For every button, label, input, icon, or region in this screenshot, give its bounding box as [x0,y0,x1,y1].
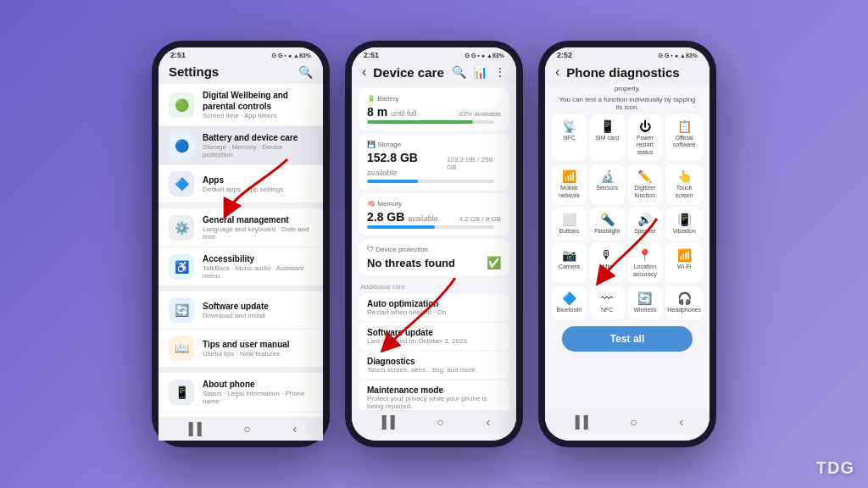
diag-title: Phone diagnostics [566,65,699,80]
settings-item-accessibility[interactable]: ♿ Accessibility TalkBack · Mono audio · … [159,247,323,286]
settings-item-battery[interactable]: 🔵 Battery and device care Storage · Memo… [159,126,323,164]
more-icon-care[interactable]: ⋮ [494,65,506,79]
time-3: 2:52 [557,51,572,59]
diag-power[interactable]: ⏻ Power restart status [628,114,663,161]
care-diagnostics[interactable]: Diagnostics Touch screen, sens…ting, and… [359,352,509,379]
settings-item-software[interactable]: 🔄 Software update Download and install [159,291,323,329]
search-icon[interactable]: 🔍 [298,65,313,79]
battery-sub: Storage · Memory · Device protection [203,143,313,158]
nfc2-label: NFC [601,307,613,313]
diag-nfc[interactable]: 📡 NFC [552,114,587,161]
nav-back[interactable]: ‹ [292,422,297,435]
protection-label: 🛡 Device protection [367,246,501,253]
battery-value: 8 m until full [367,105,417,119]
apps-sub: Default apps · App settings [203,186,313,193]
general-label: General management [203,214,313,225]
back-button-diag[interactable]: ‹ [555,64,559,80]
settings-item-tips[interactable]: 📖 Tips and user manual Useful tips · New… [159,330,323,367]
time-2: 2:51 [364,51,379,59]
diag-vibration[interactable]: 📳 Vibration [665,208,703,240]
flashlight-label: Flashlight [594,228,620,235]
diag-official[interactable]: 📋 Official software [665,114,703,161]
diag-touch[interactable]: 👆 Touch screen [665,164,703,204]
bluetooth-label: Bluetooth [557,307,582,313]
software-update-sub: Last checked on October 3, 2023 [367,337,501,345]
nfc-label: NFC [563,135,575,141]
search-icon-care[interactable]: 🔍 [452,65,466,79]
camera-icon: 📷 [562,248,576,262]
memory-value: 2.8 GB available [367,210,438,224]
nav-back-2[interactable]: ‹ [486,415,490,429]
back-button-care[interactable]: ‹ [362,64,366,80]
settings-item-about[interactable]: 📱 About phone Status · Legal information… [159,373,323,411]
diagnostics-grid: 📡 NFC 📱 SIM card ⏻ Power restart status [545,114,709,319]
diag-digitizer[interactable]: ✏️ Digitizer function [628,164,663,204]
diag-flashlight[interactable]: 🔦 Flashlight [590,208,625,240]
about-label: About phone [203,379,313,390]
nav-recent-3[interactable]: ▐▐ [571,415,588,429]
memory-section: 🧠 Memory 2.8 GB available 4.2 GB / 8 GB [359,193,509,236]
wireless-icon: 🔄 [637,291,652,305]
diag-bluetooth[interactable]: 🔷 Bluetooth [552,286,587,319]
diag-nfc2[interactable]: 〰 NFC [590,286,625,319]
camera-label: Camera [559,263,580,270]
time-1: 2:51 [170,51,186,59]
official-label: Official software [667,135,701,149]
diag-camera[interactable]: 📷 Camera [552,243,587,283]
mic-icon: 🎙 [601,248,613,262]
wifi-label: Wi-Fi [677,263,691,270]
tips-icon: 📖 [169,336,194,361]
nav-home[interactable]: ○ [243,422,250,435]
location-icon: 📍 [637,248,652,262]
nav-home-3[interactable]: ○ [630,415,637,429]
diag-headphones[interactable]: 🎧 Headphones [665,286,703,319]
settings-item-general[interactable]: ⚙️ General management Language and keybo… [159,208,323,247]
memory-right: 4.2 GB / 8 GB [459,215,501,223]
settings-item-wellbeing[interactable]: 🟢 Digital Wellbeing and parental control… [159,84,323,125]
sensors-icon: 🔬 [600,169,615,183]
status-icons-2: GG▪●▲83% [465,53,504,58]
care-software-update[interactable]: Software update Last checked on October … [359,323,509,350]
chart-icon-care[interactable]: 📊 [473,65,487,79]
buttons-label: Buttons [559,228,580,235]
diag-mobile[interactable]: 📶 Mobile network [552,164,587,204]
auto-opt-sub: Restart when needed · On [367,308,501,316]
test-all-button[interactable]: Test all [562,326,693,352]
tdg-watermark: TDG [816,458,854,478]
nav-home-2[interactable]: ○ [437,415,443,429]
mobile-label: Mobile network [554,185,585,199]
diag-wireless[interactable]: 🔄 Wireless [628,286,663,319]
headphones-label: Headphones [667,307,701,313]
digitizer-label: Digitizer function [630,185,661,199]
nav-recent-2[interactable]: ▐▐ [378,415,395,429]
diag-speaker[interactable]: 🔊 Speaker [628,208,663,240]
speaker-icon: 🔊 [637,213,652,226]
battery-icon: 🔵 [169,133,194,158]
diag-wifi[interactable]: 📶 Wi-Fi [665,243,703,283]
status-bar-1: 2:51 GG▪●▲83% [159,47,323,61]
power-icon: ⏻ [639,119,651,133]
apps-label: Apps [203,175,313,186]
tips-label: Tips and user manual [203,339,313,350]
diagnostics-sub: Touch screen, sens…ting, and more. [367,366,501,374]
wellbeing-label: Digital Wellbeing and parental controls [203,90,313,112]
no-threats-text: No threats found [367,257,455,269]
diag-location[interactable]: 📍 Location accuracy [628,243,663,283]
diag-buttons[interactable]: ⬜ Buttons [552,208,587,240]
auto-opt-title: Auto optimization [367,299,501,308]
nav-recent[interactable]: ▐▐ [185,422,202,435]
top-bar-settings: Settings 🔍 [159,61,323,84]
diag-mic[interactable]: 🎙 Mic [590,243,625,283]
diag-sim[interactable]: 📱 SIM card [590,114,625,161]
power-label: Power restart status [630,135,661,156]
phone-diagnostics: 2:52 GG▪●▲83% ‹ Phone diagnostics proper… [538,41,716,447]
care-auto-opt[interactable]: Auto optimization Restart when needed · … [359,294,509,321]
settings-item-apps[interactable]: 🔷 Apps Default apps · App settings [159,165,323,202]
nav-back-3[interactable]: ‹ [679,415,683,429]
headphones-icon: 🎧 [677,291,692,305]
vibration-label: Vibration [672,228,696,235]
diag-sensors[interactable]: 🔬 Sensors [590,164,625,204]
vibration-icon: 📳 [677,213,692,226]
about-sub: Status · Legal information · Phone name [203,390,313,405]
status-icons-3: GG▪●▲83% [658,53,698,58]
